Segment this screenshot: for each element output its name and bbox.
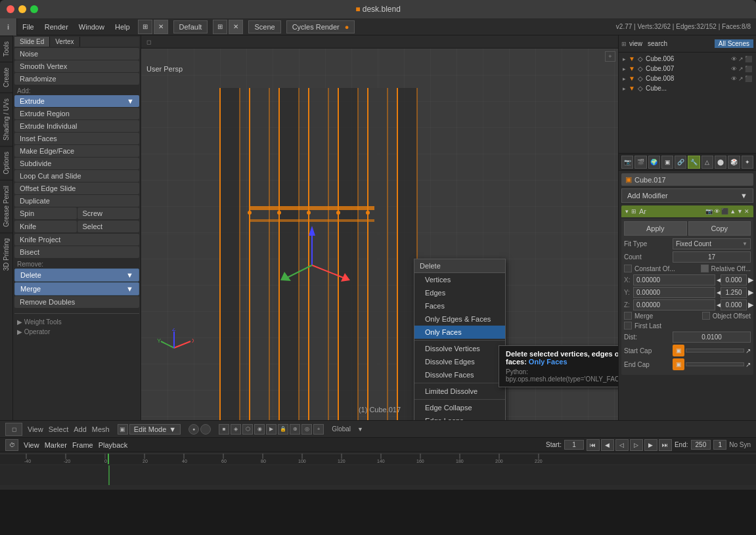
outliner-search-btn[interactable]: search (648, 40, 667, 47)
tool-inset-faces[interactable]: Inset Faces (14, 133, 139, 144)
shading-btn-1[interactable]: ■ (219, 424, 229, 435)
timeline-view-btn[interactable]: View (24, 441, 39, 449)
modifier-eye-icon[interactable]: 👁 (714, 208, 720, 215)
end-cap-value[interactable] (686, 362, 744, 366)
dist-value[interactable]: 0.0100 (673, 332, 751, 343)
workspace-selector[interactable]: Default (173, 20, 208, 33)
tl-skip-start[interactable]: ⏮ (587, 439, 600, 451)
copy-button[interactable]: Copy (688, 221, 751, 236)
timeline-playback-btn[interactable]: Playback (99, 441, 128, 449)
ctx-item-faces[interactable]: Faces (414, 299, 505, 312)
tree-item-cube-etc[interactable]: ▸ ▼ ◇ Cube... (620, 83, 755, 93)
z-value[interactable]: 0.00000 (633, 299, 715, 310)
render-engine-selector[interactable]: Cycles Render ● (286, 20, 355, 33)
bottom-mesh-btn[interactable]: Mesh (92, 425, 110, 433)
view-icon-btn[interactable]: ◻ (5, 423, 22, 436)
tool-offset-edge-slide[interactable]: Offset Edge Slide (14, 182, 139, 194)
y-num-value[interactable]: 1.250 (721, 287, 747, 298)
tool-loop-cut-slide[interactable]: Loop Cut and Slide (14, 170, 139, 182)
tool-subdivide[interactable]: Subdivide (14, 158, 139, 169)
viewport[interactable]: ◻ User Persp (141, 35, 618, 420)
overlay-btn-1[interactable]: ● (189, 424, 199, 435)
tool-select[interactable]: Select (78, 221, 140, 232)
tool-duplicate[interactable]: Duplicate (14, 195, 139, 207)
tool-make-edge-face[interactable]: Make Edge/Face (14, 145, 139, 157)
ctx-item-dissolve-faces[interactable]: Dissolve Faces (414, 368, 505, 381)
props-icon-particles[interactable]: ✦ (742, 156, 753, 169)
tool-knife[interactable]: Knife (14, 221, 77, 232)
modifier-render-icon[interactable]: ⬛ (721, 208, 728, 215)
scene-grid-icon[interactable]: ⊞ (213, 20, 227, 34)
tab-grease-pencil[interactable]: Grease Pencil (0, 180, 12, 232)
y-value[interactable]: 0.00000 (633, 287, 715, 298)
vis-icon-render[interactable]: ⬛ (745, 75, 752, 82)
vis-icon-eye[interactable]: 👁 (731, 75, 737, 82)
menu-file[interactable]: File (17, 18, 39, 35)
bottom-add-btn[interactable]: Add (74, 425, 87, 433)
modifier-down-icon[interactable]: ▼ (737, 208, 743, 215)
tl-skip-end[interactable]: ⏭ (659, 439, 672, 451)
tool-extrude-region[interactable]: Extrude Region (14, 108, 139, 119)
shading-btn-4[interactable]: ◉ (254, 424, 265, 435)
tool-noise[interactable]: Noise (14, 48, 139, 60)
snap-btn[interactable]: ⊕ (290, 424, 300, 435)
vis-icon-cursor[interactable]: ↗ (738, 75, 744, 82)
tool-randomize[interactable]: Randomize (14, 73, 139, 85)
props-icon-object[interactable]: ▣ (661, 156, 673, 169)
fit-type-value[interactable]: Fixed Count ▼ (673, 238, 751, 249)
tool-remove-doubles[interactable]: Remove Doubles (14, 296, 139, 308)
tree-item-cube008[interactable]: ▸ ▼ ◇ Cube.008 👁 ↗ ⬛ (620, 74, 755, 83)
bottom-view-btn[interactable]: View (28, 425, 43, 433)
panel-tab-vertex[interactable]: Vertex (50, 37, 79, 47)
ctx-item-only-faces[interactable]: Only Faces (414, 326, 505, 339)
tool-extrude-individual[interactable]: Extrude Individual (14, 120, 139, 132)
merge-cb[interactable] (624, 312, 632, 320)
outliner-view-btn[interactable]: view (629, 40, 642, 47)
relative-offset-cb[interactable] (701, 265, 709, 272)
transform-btn[interactable]: + (313, 424, 324, 435)
tool-spin[interactable]: Spin (14, 207, 77, 219)
ctx-item-only-edges-faces[interactable]: Only Edges & Faces (414, 312, 505, 326)
shading-btn-2[interactable]: ◈ (231, 424, 241, 435)
viewport-zoom-toggle[interactable]: + (605, 51, 615, 62)
tab-create[interactable]: Create (0, 62, 12, 93)
modifier-close-icon[interactable]: ✕ (744, 208, 749, 215)
tool-knife-project[interactable]: Knife Project (14, 234, 139, 246)
start-cap-value[interactable] (686, 349, 744, 353)
scene-selector[interactable]: Scene (248, 20, 280, 33)
ctx-item-dissolve-edges[interactable]: Dissolve Edges (414, 355, 505, 368)
tl-prev-frame[interactable]: ◀ (601, 439, 614, 451)
shading-btn-6[interactable]: 🔒 (278, 424, 288, 435)
props-icon-world[interactable]: 🌍 (648, 156, 660, 169)
tool-merge[interactable]: Merge ▼ (14, 282, 139, 295)
menu-render[interactable]: Render (39, 18, 74, 35)
menu-window[interactable]: Window (74, 18, 110, 35)
props-icon-material[interactable]: ⬤ (715, 156, 726, 169)
mode-selector[interactable]: ▣ Edit Mode ▼ (118, 424, 181, 435)
tool-delete[interactable]: Delete ▼ (14, 268, 139, 282)
shading-btn-3[interactable]: ⬡ (242, 424, 253, 435)
tool-extrude[interactable]: Extrude ▼ (14, 95, 139, 107)
timeline-frame-btn[interactable]: Frame (72, 441, 93, 449)
menu-help[interactable]: Help (110, 18, 135, 35)
tl-next-frame[interactable]: ▶ (644, 439, 657, 451)
end-cap-picker[interactable]: ↗ (745, 361, 751, 368)
close-button[interactable] (7, 5, 14, 13)
start-value[interactable]: 1 (564, 440, 584, 450)
x-num-value[interactable]: 0.000 (721, 274, 747, 286)
object-offset-cb[interactable] (702, 312, 710, 320)
ctx-item-edge-collapse[interactable]: Edge Collapse (414, 401, 505, 414)
vis-icon-render[interactable]: ⬛ (745, 56, 752, 62)
tab-options[interactable]: Options (0, 146, 12, 179)
tree-item-cube006[interactable]: ▸ ▼ ◇ Cube.006 👁 ↗ ⬛ (620, 54, 755, 64)
modifier-up-icon[interactable]: ▲ (730, 208, 736, 215)
modifier-camera-icon[interactable]: 📷 (705, 208, 713, 215)
props-icon-render[interactable]: 📷 (621, 156, 633, 169)
props-icon-scene[interactable]: 🎬 (634, 156, 646, 169)
tl-play-reverse[interactable]: ◁ (615, 439, 629, 451)
mode-dropdown[interactable]: Edit Mode ▼ (129, 424, 181, 435)
constant-offset-cb[interactable] (624, 265, 632, 272)
maximize-button[interactable] (30, 5, 38, 13)
ctx-item-edge-loops[interactable]: Edge Loops (414, 414, 505, 420)
props-icon-data[interactable]: △ (701, 156, 713, 169)
